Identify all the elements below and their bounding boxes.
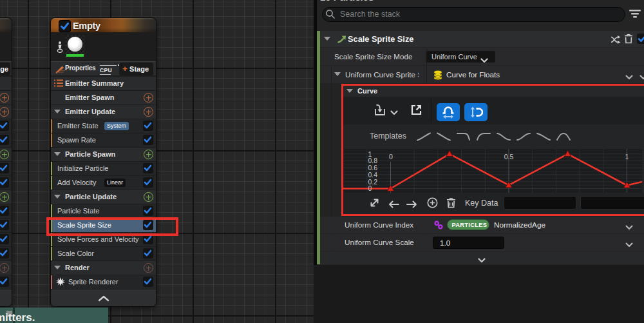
- svg-text:0: 0: [389, 153, 393, 161]
- svg-text:1: 1: [625, 153, 629, 161]
- svg-text:0.5: 0.5: [504, 153, 514, 161]
- svg-text:0: 0: [368, 184, 372, 192]
